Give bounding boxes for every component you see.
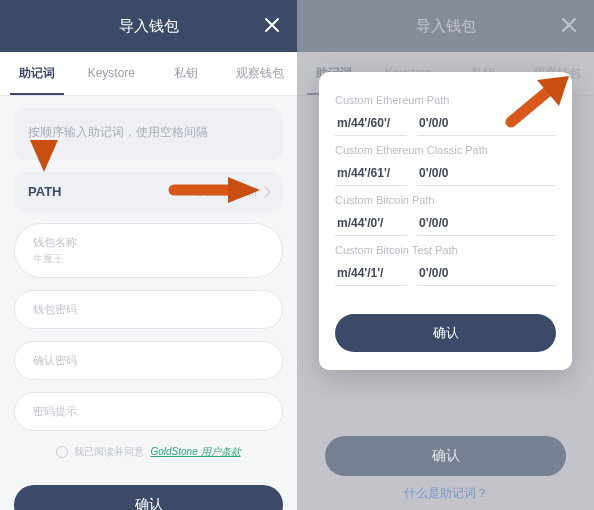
path-section-label: Custom Bitcoin Path <box>335 194 556 206</box>
path-suffix-input[interactable]: 0'/0/0 <box>417 262 556 286</box>
path-prefix-input[interactable]: m/44'/61'/ <box>335 162 407 186</box>
close-icon[interactable] <box>261 14 283 36</box>
confirm-button-dimmed: 确认 <box>325 436 566 476</box>
agree-text: 我已阅读并同意 <box>74 445 144 459</box>
tab-keystore[interactable]: Keystore <box>74 52 148 95</box>
path-row[interactable]: PATH Default Path <box>14 172 283 211</box>
wallet-name-label: 钱包名称 <box>33 235 264 250</box>
path-modal: Custom Ethereum Path m/44'/60'/ 0'/0/0 C… <box>319 72 572 370</box>
tabs: 助记词 Keystore 私钥 观察钱包 <box>0 52 297 96</box>
terms-link[interactable]: GoldStone 用户条款 <box>150 445 240 459</box>
wallet-name-field[interactable]: 钱包名称 牛魔王 <box>14 223 283 278</box>
confirm-password-label: 确认密码 <box>33 353 264 368</box>
mnemonic-input[interactable]: 按顺序输入助记词，使用空格间隔 <box>14 108 283 160</box>
path-prefix-input[interactable]: m/44'/0'/ <box>335 212 407 236</box>
content: 按顺序输入助记词，使用空格间隔 PATH Default Path 钱包名称 牛… <box>0 96 297 471</box>
tab-privatekey[interactable]: 私钥 <box>149 52 223 95</box>
path-suffix-input[interactable]: 0'/0/0 <box>417 162 556 186</box>
path-suffix-input[interactable]: 0'/0/0 <box>417 112 556 136</box>
modal-confirm-button[interactable]: 确认 <box>335 314 556 352</box>
path-value-text: Default Path <box>196 186 257 198</box>
tab-mnemonic[interactable]: 助记词 <box>0 52 74 95</box>
page-title: 导入钱包 <box>119 17 179 36</box>
agree-row[interactable]: 我已阅读并同意 GoldStone 用户条款 <box>14 445 283 459</box>
screen-right: 导入钱包 助记词 Keystore 私钥 观察钱包 Custom Ethereu… <box>297 0 594 510</box>
password-hint-field[interactable]: 密码提示 <box>14 392 283 431</box>
confirm-password-field[interactable]: 确认密码 <box>14 341 283 380</box>
password-hint-label: 密码提示 <box>33 404 264 419</box>
tab-watch[interactable]: 观察钱包 <box>223 52 297 95</box>
screen-left: 导入钱包 助记词 Keystore 私钥 观察钱包 按顺序输入助记词，使用空格间… <box>0 0 297 510</box>
path-section-label: Custom Ethereum Path <box>335 94 556 106</box>
path-section-etc: Custom Ethereum Classic Path m/44'/61'/ … <box>335 144 556 186</box>
path-prefix-input[interactable]: m/44'/1'/ <box>335 262 407 286</box>
path-section-label: Custom Bitcoin Test Path <box>335 244 556 256</box>
path-section-eth: Custom Ethereum Path m/44'/60'/ 0'/0/0 <box>335 94 556 136</box>
path-section-label: Custom Ethereum Classic Path <box>335 144 556 156</box>
path-section-btc-test: Custom Bitcoin Test Path m/44'/1'/ 0'/0/… <box>335 244 556 286</box>
help-link-dimmed: 什么是助记词？ <box>297 485 594 502</box>
header: 导入钱包 <box>0 0 297 52</box>
wallet-password-field[interactable]: 钱包密码 <box>14 290 283 329</box>
confirm-button[interactable]: 确认 <box>14 485 283 510</box>
wallet-password-label: 钱包密码 <box>33 302 264 317</box>
chevron-right-icon <box>259 186 270 197</box>
agree-radio-icon[interactable] <box>56 446 68 458</box>
path-section-btc: Custom Bitcoin Path m/44'/0'/ 0'/0/0 <box>335 194 556 236</box>
path-suffix-input[interactable]: 0'/0/0 <box>417 212 556 236</box>
path-prefix-input[interactable]: m/44'/60'/ <box>335 112 407 136</box>
path-label: PATH <box>28 184 61 199</box>
path-value: Default Path <box>196 186 269 198</box>
wallet-name-value: 牛魔王 <box>33 252 264 266</box>
